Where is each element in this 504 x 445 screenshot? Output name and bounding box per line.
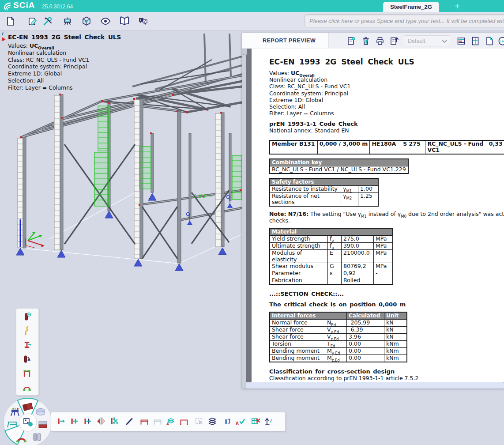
cut-member-icon[interactable] (109, 416, 120, 427)
delete-report-item-icon[interactable] (360, 35, 372, 47)
page-fit-icon[interactable] (470, 35, 481, 47)
combination-table: Combination key RC_NC_ULS - Fund VC1 / N… (269, 158, 409, 174)
report-line: Class: RC_NC_ULS - Fund VC1 (269, 83, 504, 90)
cell: 0,00 (347, 341, 384, 348)
storage-box-icon[interactable] (39, 421, 47, 428)
check-validate-icon[interactable]: A (235, 416, 246, 427)
support-cones (16, 193, 226, 271)
cell: Fabrication (270, 277, 328, 285)
table-row: Yield strength fy 275,0 MPa (270, 236, 393, 243)
cross-section-spray-icon[interactable] (21, 339, 33, 351)
coordinate-info-icon[interactable]: i (263, 416, 275, 427)
cell: Member B131 (270, 140, 317, 154)
extend-member-icon[interactable] (56, 416, 67, 427)
arch-member-icon[interactable] (21, 382, 33, 393)
svg-text:I: I (225, 418, 227, 425)
cell: -6,39 (347, 327, 384, 334)
report-title-tab[interactable]: REPORT PREVIEW (242, 33, 329, 48)
cell: RC_NC_ULS - Fund VC1 / NC_ULS - Fund VC1… (270, 166, 408, 173)
report-horizontal-scrollbar[interactable] (246, 382, 504, 388)
app-window: 0,33 ~ i EC-EN 1993 2G Steel Check ULS V… (0, 0, 504, 445)
page-view-icon[interactable] (484, 35, 495, 47)
code-check-title: prEN 1993-1-1 Code Check (269, 121, 504, 127)
cell: S 275 (401, 140, 425, 154)
delete-table-icon[interactable] (250, 416, 261, 427)
paint-properties-icon[interactable] (124, 416, 135, 427)
table-row: Resistance to instability γM1 1,00 (270, 185, 378, 192)
report-line: Filter: Layer = Columns (269, 110, 504, 117)
svg-text:?: ? (144, 19, 146, 23)
plates-stack-icon[interactable] (36, 409, 45, 415)
report-left-gutter[interactable] (242, 49, 246, 388)
overlay-line: Nonlinear calculation (8, 49, 121, 57)
print-report-icon[interactable] (374, 35, 386, 47)
scrollbar-corner (242, 49, 247, 55)
note-text: Note: N7/16: The setting "Use γM1 instea… (269, 211, 504, 224)
table-row: Fabrication Rolled (270, 277, 393, 285)
cell: γM1 (341, 185, 358, 192)
command-input[interactable] (305, 14, 504, 27)
help-icon[interactable]: i? (137, 15, 149, 27)
table-header: Internal forces (270, 312, 325, 320)
edit-project-icon[interactable] (26, 15, 39, 27)
tools-icon[interactable] (41, 15, 54, 27)
info-flag-icon: i (1, 31, 3, 37)
overlay-line: Class: RC_NC_ULS - Fund VC1 (8, 57, 121, 64)
table-row: Shear force Vy,Ed -6,39 kN (270, 327, 407, 334)
cell: MPa (374, 250, 393, 263)
merge-members-icon[interactable] (82, 416, 94, 427)
member-settings-icon[interactable] (21, 311, 33, 323)
svg-text:A: A (236, 421, 239, 426)
cell: γM2 (341, 192, 358, 206)
section-check-heading: ...::SECTION CHECK::... (269, 290, 504, 297)
table-composer-icon[interactable] (455, 35, 467, 47)
cell: Parameter (270, 270, 328, 277)
regenerate-report-icon[interactable] (346, 35, 357, 47)
report-style-dropdown[interactable]: Default (404, 35, 450, 46)
material-table: Material Yield strength fy 275,0 MPa Ult… (269, 228, 393, 285)
internal-forces-table: Internal forces Calculated Unit Normal f… (269, 312, 407, 362)
layers-icon[interactable] (207, 416, 218, 427)
cell: kNm (384, 341, 407, 348)
cell: 0,33 - (487, 140, 504, 154)
overlay-values: Values: UCOverall (8, 42, 121, 49)
mirror-member-icon[interactable] (95, 416, 107, 427)
project-tab[interactable]: SteelFrame_2G (383, 2, 439, 12)
export-report-icon[interactable] (388, 35, 400, 47)
cell: Torsion (270, 341, 325, 348)
cell: Normal force (270, 320, 325, 327)
workstation-wheel[interactable] (0, 393, 56, 445)
stability-lambda-icon[interactable]: λ (21, 354, 33, 365)
rename-labels-icon[interactable]: I (222, 416, 233, 427)
cell: 275,0 (342, 236, 374, 243)
cell: MPa (374, 236, 393, 243)
view-icon[interactable] (99, 15, 112, 27)
curved-member-icon[interactable] (21, 325, 33, 337)
frame-opening-icon[interactable] (178, 416, 190, 427)
cell: 0,000 / 3,000 m (317, 140, 370, 154)
frame-template-icon[interactable] (139, 416, 150, 427)
modify-toolbar: A I A i (51, 412, 286, 431)
cell: Vz,Ed (325, 334, 347, 341)
report-header: REPORT PREVIEW Default 100 (242, 33, 504, 49)
cell: kNm (384, 348, 407, 355)
cell: NEd (325, 320, 347, 327)
overlay-line: Selection: All (8, 77, 121, 84)
separator (453, 35, 453, 46)
documentation-icon[interactable] (118, 15, 131, 27)
cell: G (328, 263, 342, 270)
cell: fu (328, 243, 342, 250)
new-tab-button[interactable]: + (449, 1, 465, 11)
storey-copy-icon[interactable]: A (165, 416, 177, 427)
cell: Vy,Ed (325, 327, 347, 334)
separator (468, 35, 468, 46)
frame-haunch-icon[interactable] (21, 368, 33, 379)
join-members-icon[interactable] (69, 416, 80, 427)
survey-device-icon[interactable] (61, 15, 74, 27)
cell: E (328, 250, 342, 263)
model-check-icon[interactable] (80, 15, 93, 27)
zoom-100-icon[interactable]: 100 (497, 35, 504, 47)
new-project-icon[interactable] (4, 15, 17, 27)
overlay-line: Extreme 1D: Global (8, 70, 121, 77)
report-line: Coordinate system: Principal (269, 90, 504, 97)
